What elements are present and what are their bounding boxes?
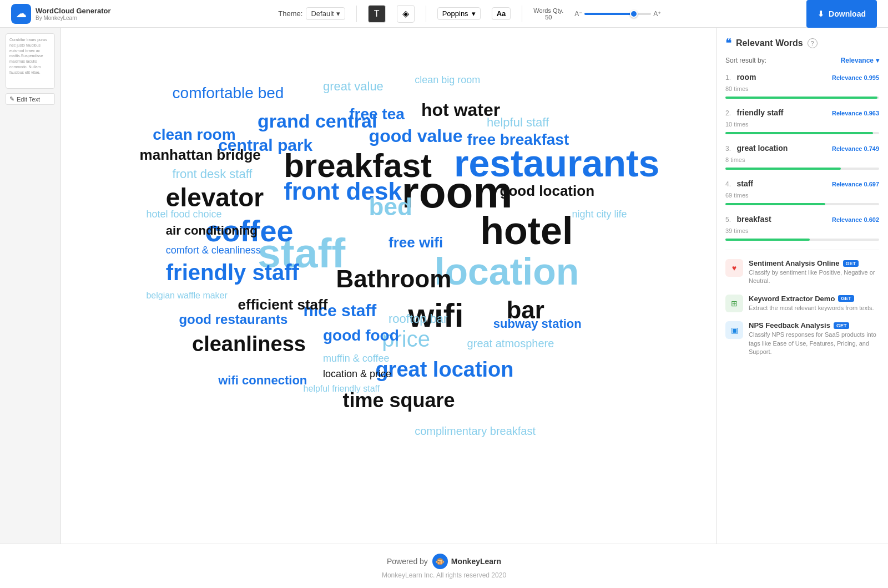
tool-desc: Classify by sentiment like Positive, Neg… <box>749 268 879 286</box>
relevant-item-great-location: 3. great location Relevance 0.749 8 time… <box>725 143 879 170</box>
word-efficient-staff[interactable]: efficient staff <box>238 296 328 313</box>
size-slider[interactable]: A⁻ A⁺ <box>574 10 661 18</box>
word-bed[interactable]: bed <box>369 193 412 221</box>
size-max-label: A⁺ <box>653 10 661 18</box>
help-icon[interactable]: ? <box>808 38 818 48</box>
word-great-value[interactable]: great value <box>323 79 384 94</box>
word-belgian-waffle-maker[interactable]: belgian waffle maker <box>146 291 227 301</box>
divider-1 <box>356 6 357 22</box>
word-friendly-staff[interactable]: friendly staff <box>166 260 299 285</box>
word-great-location[interactable]: great location <box>375 358 513 382</box>
item-rank: 5. <box>725 216 731 224</box>
word-comfort-&-cleanliness[interactable]: comfort & cleanliness <box>166 245 261 256</box>
progress-bar-fill <box>725 132 873 134</box>
text-format-icon[interactable]: T <box>368 5 386 23</box>
word-great-atmosphere[interactable]: great atmosphere <box>467 337 554 350</box>
word-manhattan-bridge[interactable]: manhattan bridge <box>140 146 261 164</box>
word-free-breakfast[interactable]: free breakfast <box>467 131 569 149</box>
slider-track[interactable] <box>584 13 651 15</box>
download-button[interactable]: ⬇ Download <box>806 0 877 28</box>
font-selector[interactable]: Poppins ▾ <box>437 7 481 20</box>
word-front-desk-staff[interactable]: front desk staff <box>173 167 253 181</box>
progress-bar-bg <box>725 203 879 205</box>
word-good-food[interactable]: good food <box>323 327 399 344</box>
tool-card-keyword-extractor-demo: ⊞ Keyword Extractor Demo GET Extract the… <box>725 295 879 312</box>
word-helpful-friendly-staff[interactable]: helpful friendly staff <box>304 384 380 394</box>
edit-text-button[interactable]: ✎ Edit Text <box>6 93 55 105</box>
word-location[interactable]: location <box>435 250 579 293</box>
copyright: MonkeyLearn Inc. All rights reserved 202… <box>382 571 506 579</box>
panel-title-text: Relevant Words <box>736 38 803 48</box>
word-muffin-&-coffee[interactable]: muffin & coffee <box>323 353 389 364</box>
item-name: friendly staff <box>736 108 783 117</box>
tool-desc: Extract the most relevant keywords from … <box>749 304 879 312</box>
word-hotel[interactable]: hotel <box>480 209 573 253</box>
theme-dropdown[interactable]: Default ▾ <box>306 7 345 20</box>
word-free-wifi[interactable]: free wifi <box>389 234 443 251</box>
item-times: 39 times <box>725 227 749 234</box>
progress-bar-bg <box>725 132 879 134</box>
word-complimentary-breakfast[interactable]: complimentary breakfast <box>415 425 536 438</box>
words-qty: Words Qty. 50 <box>533 7 563 21</box>
slider-thumb[interactable] <box>630 10 638 18</box>
item-times: 10 times <box>725 121 749 128</box>
word-cleanliness[interactable]: cleanliness <box>192 332 306 356</box>
word-air-conditioning[interactable]: air conditioning <box>166 224 258 238</box>
get-badge[interactable]: GET <box>834 322 850 329</box>
tool-icon: ♥ <box>725 259 743 277</box>
progress-bar-fill <box>725 168 841 170</box>
progress-bar-bg <box>725 239 879 241</box>
word-rooftop-bar[interactable]: rooftop bar <box>389 312 447 326</box>
download-icon: ⬇ <box>818 9 824 18</box>
progress-bar-fill <box>725 203 825 205</box>
color-fill-icon[interactable]: ◈ <box>397 5 415 23</box>
item-name: room <box>736 73 756 82</box>
relevant-item-room: 1. room Relevance 0.995 80 times <box>725 72 879 99</box>
relevant-item-staff: 4. staff Relevance 0.697 69 times <box>725 179 879 205</box>
sort-dropdown[interactable]: Relevance ▾ <box>841 57 879 64</box>
word-good-restaurants[interactable]: good restaurants <box>179 312 287 327</box>
header: ☁ WordCloud Generator By MonkeyLearn The… <box>0 0 888 28</box>
chevron-down-icon: ▾ <box>472 9 476 18</box>
word-cloud[interactable]: roomrestaurantsbreakfasthotelstafflocati… <box>61 28 716 544</box>
get-badge[interactable]: GET <box>838 295 854 302</box>
main-layout: Curabitur lraurs purus nec justo faucibu… <box>0 28 888 544</box>
tool-info: Sentiment Analysis Online GET Classify b… <box>749 259 879 286</box>
right-panel: ❝ Relevant Words ? Sort result by: Relev… <box>716 28 888 544</box>
tool-name: Sentiment Analysis Online GET <box>749 259 879 267</box>
relevant-item-breakfast: 5. breakfast Relevance 0.602 39 times <box>725 214 879 241</box>
get-badge[interactable]: GET <box>843 260 859 267</box>
word-helpful-staff[interactable]: helpful staff <box>487 115 549 130</box>
powered-by: Powered by 🐵 MonkeyLearn <box>387 554 501 569</box>
logo-text: WordCloud Generator By MonkeyLearn <box>36 7 111 21</box>
word-wifi-connection[interactable]: wifi connection <box>218 373 307 388</box>
panel-title: ❝ Relevant Words ? <box>725 37 879 50</box>
tool-desc: Classify NPS responses for SaaS products… <box>749 331 879 356</box>
edit-icon: ✎ <box>9 95 14 103</box>
word-location-&-price[interactable]: location & price <box>323 368 391 380</box>
tool-name: Keyword Extractor Demo GET <box>749 295 879 303</box>
tool-icon: ⊞ <box>725 295 743 312</box>
word-good-value[interactable]: good value <box>369 126 463 146</box>
quote-icon: ❝ <box>725 37 731 50</box>
item-relevance: Relevance 0.602 <box>832 216 879 223</box>
word-subway-station[interactable]: subway station <box>493 317 582 331</box>
font-size-btn[interactable]: Aa <box>492 7 511 20</box>
word-hotel-food-choice[interactable]: hotel food choice <box>146 209 221 220</box>
word-bathroom[interactable]: Bathroom <box>336 265 452 293</box>
item-relevance: Relevance 0.963 <box>832 110 879 116</box>
item-rank: 3. <box>725 145 731 153</box>
item-name: breakfast <box>736 215 771 224</box>
theme-label: Theme: <box>278 9 302 18</box>
item-rank: 4. <box>725 180 731 188</box>
word-free-tea[interactable]: free tea <box>349 105 405 123</box>
item-rank: 1. <box>725 74 731 82</box>
item-times: 80 times <box>725 85 749 92</box>
word-clean-big-room[interactable]: clean big room <box>415 74 480 86</box>
word-good-location[interactable]: good location <box>500 183 594 200</box>
sort-label: Sort result by: <box>725 57 766 64</box>
tool-name: NPS Feedback Analysis GET <box>749 321 879 330</box>
item-relevance: Relevance 0.995 <box>832 74 879 81</box>
word-night-city-life[interactable]: night city life <box>572 209 627 220</box>
word-comfortable-bed[interactable]: comfortable bed <box>173 84 284 102</box>
